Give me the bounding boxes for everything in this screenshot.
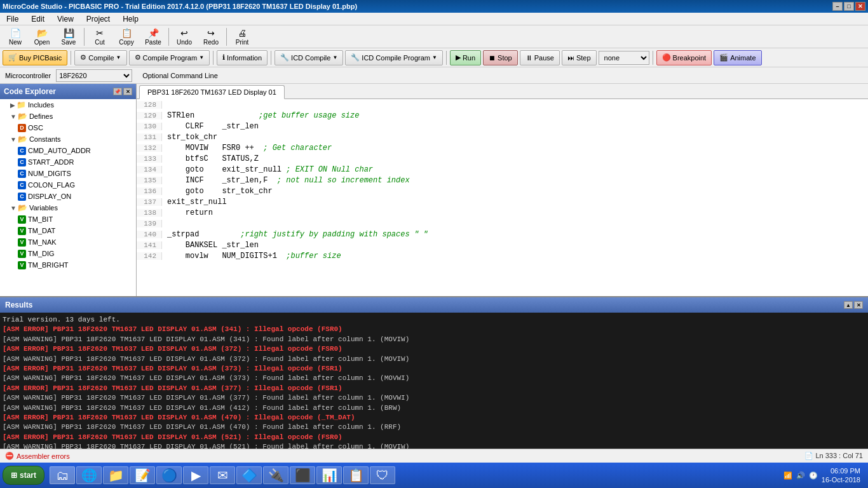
- icd-compile-button[interactable]: 🔧 ICD Compile ▼: [275, 50, 343, 65]
- taskbar-media[interactable]: ▶: [183, 466, 208, 484]
- folder-icon: 📁: [108, 468, 124, 483]
- menu-view[interactable]: View: [53, 13, 78, 25]
- taskbar-app1[interactable]: 🔷: [236, 466, 262, 484]
- sidebar-item-tm-dig[interactable]: V TM_DIG: [0, 248, 136, 259]
- undo-button[interactable]: ↩ Undo: [172, 27, 197, 46]
- code-tab-main[interactable]: PBP31 18F2620 TM1637 LED Display 01: [139, 85, 285, 99]
- icd-compile-program-icon: 🔧: [351, 53, 360, 62]
- toolbar: 📄 New 📂 Open 💾 Save ✂ Cut 📋 Copy 📌 Paste…: [0, 25, 868, 48]
- none-select[interactable]: none: [599, 51, 649, 65]
- stop-icon: ⏹: [489, 54, 496, 62]
- taskbar-app5[interactable]: 📋: [343, 466, 369, 484]
- ie-icon: 🔵: [161, 468, 177, 483]
- print-label: Print: [236, 39, 249, 46]
- print-button[interactable]: 🖨 Print: [229, 27, 255, 46]
- taskbar-app3[interactable]: ⬛: [290, 466, 315, 484]
- copy-button[interactable]: 📋 Copy: [114, 27, 139, 46]
- result-line-3: [ASM ERROR] PBP31 18F2620 TM1637 LED DIS…: [3, 344, 865, 354]
- buy-picbasic-button[interactable]: 🛒 Buy PICBasic: [3, 50, 67, 65]
- start-button[interactable]: ⊞ start: [3, 466, 44, 485]
- sidebar-item-cmd-auto-addr[interactable]: C CMD_AUTO_ADDR: [0, 145, 136, 156]
- sidebar-item-includes[interactable]: ▶ 📁 Includes: [0, 99, 136, 111]
- sep2: [168, 28, 169, 46]
- results-pin-button[interactable]: ▲: [844, 301, 853, 309]
- result-line-8: [ASM WARNING] PBP31 18F2620 TM1637 LED D…: [3, 393, 865, 403]
- redo-button[interactable]: ↪ Redo: [198, 27, 224, 46]
- minimize-button[interactable]: –: [832, 2, 843, 11]
- copy-icon: 📋: [121, 28, 132, 38]
- sidebar-item-num-digits[interactable]: C NUM_DIGITS: [0, 168, 136, 179]
- sidebar-item-start-addr[interactable]: C START_ADDR: [0, 156, 136, 168]
- sidebar-item-tm-nak[interactable]: V TM_NAK: [0, 236, 136, 248]
- taskbar-clock[interactable]: 06:09 PM 16-Oct-2018: [822, 466, 860, 485]
- sidebar-close-button[interactable]: ✕: [123, 88, 132, 95]
- sidebar-item-colon-flag[interactable]: C COLON_FLAG: [0, 179, 136, 191]
- taskbar-explorer[interactable]: 🗂: [50, 466, 75, 484]
- taskbar-right: 📶 🔊 🕐 06:09 PM 16-Oct-2018: [778, 466, 865, 485]
- run-button[interactable]: ▶ Run: [450, 50, 481, 65]
- tm-bit-badge: V: [18, 215, 26, 224]
- taskbar-items: 🗂 🌐 📁 📝 🔵 ▶ ✉ 🔷 🔌: [47, 466, 776, 484]
- results-content[interactable]: Trial version. 13 days left. [ASM ERROR]…: [0, 313, 868, 449]
- sidebar-item-osc[interactable]: D OSC: [0, 122, 136, 133]
- paste-button[interactable]: 📌 Paste: [140, 27, 166, 46]
- app6-icon: 🛡: [376, 468, 389, 483]
- compile-icon: ⚙: [80, 53, 86, 62]
- menu-help[interactable]: Help: [119, 13, 142, 25]
- sidebar-item-defines[interactable]: ▼ 📂 Defines: [0, 111, 136, 122]
- information-button[interactable]: ℹ Information: [217, 50, 268, 65]
- code-line-134: 134 goto exit_str_null ; EXIT ON Null ch…: [137, 164, 868, 175]
- line-num-135: 135: [137, 177, 162, 184]
- taskbar-outlook[interactable]: ✉: [210, 466, 235, 484]
- sidebar-item-tm-bit[interactable]: V TM_BIT: [0, 214, 136, 225]
- sidebar-item-variables[interactable]: ▼ 📂 Variables: [0, 202, 136, 214]
- maximize-button[interactable]: □: [844, 2, 854, 11]
- code-line-138: 138 return: [137, 207, 868, 218]
- start-label: start: [20, 471, 36, 480]
- line-code-130: CLRF _str_len: [162, 122, 259, 131]
- code-area: PBP31 18F2620 TM1637 LED Display 01 128 …: [137, 84, 868, 296]
- cut-button[interactable]: ✂ Cut: [87, 27, 112, 46]
- icd-compile-program-button[interactable]: 🔧 ICD Compile Program ▼: [345, 50, 443, 65]
- app1-icon: 🔷: [241, 468, 257, 483]
- open-button[interactable]: 📂 Open: [29, 27, 55, 46]
- code-content[interactable]: 128 129 STRlen ;get buffer usage size 13…: [137, 99, 868, 296]
- menu-project[interactable]: Project: [83, 13, 114, 25]
- taskbar-app6[interactable]: 🛡: [370, 466, 395, 484]
- taskbar-ie[interactable]: 🔵: [156, 466, 182, 484]
- line-num-138: 138: [137, 209, 162, 217]
- sidebar-item-constants[interactable]: ▼ 📂 Constants: [0, 133, 136, 145]
- taskbar-folder[interactable]: 📁: [103, 466, 128, 484]
- sidebar-scroll[interactable]: ▶ 📁 Includes ▼ 📂 Defines D OSC ▼ 📂 Const: [0, 99, 136, 296]
- tm-bright-label: TM_BRIGHT: [28, 261, 69, 269]
- code-line-142: 142 movlw NUM_DIGITS+1 ;buffer size: [137, 250, 868, 261]
- line-code-136: goto str_tok_chr: [162, 187, 273, 196]
- sidebar-item-tm-dat[interactable]: V TM_DAT: [0, 225, 136, 236]
- pause-button[interactable]: ⏸ Pause: [520, 50, 560, 65]
- taskbar-chrome[interactable]: 🌐: [76, 466, 102, 484]
- taskbar-word[interactable]: 📝: [130, 466, 155, 484]
- compile-program-button[interactable]: ⚙ Compile Program ▼: [129, 50, 210, 65]
- animate-button[interactable]: 🎬 Animate: [714, 50, 761, 65]
- taskbar-app4[interactable]: 📊: [316, 466, 342, 484]
- sidebar-pin-button[interactable]: 📌: [113, 88, 122, 95]
- menu-edit[interactable]: Edit: [27, 13, 48, 25]
- includes-expand-icon: ▶: [10, 102, 15, 109]
- result-line-9: [ASM WARNING] PBP31 18F2620 TM1637 LED D…: [3, 403, 865, 413]
- microcontroller-select[interactable]: 18F2620: [56, 69, 132, 82]
- compile-button[interactable]: ⚙ Compile ▼: [74, 50, 126, 65]
- new-button[interactable]: 📄 New: [3, 27, 28, 46]
- tb2-sep5: [653, 51, 653, 65]
- sidebar-item-tm-bright[interactable]: V TM_BRIGHT: [0, 259, 136, 271]
- save-button[interactable]: 💾 Save: [56, 27, 81, 46]
- results-close-button[interactable]: ✕: [854, 301, 863, 309]
- taskbar-pickit[interactable]: 🔌: [263, 466, 288, 484]
- close-button[interactable]: ✕: [855, 2, 865, 11]
- code-line-139: 139: [137, 218, 868, 229]
- sidebar-item-display-on[interactable]: C DISPLAY_ON: [0, 191, 136, 202]
- breakpoint-button[interactable]: 🔴 Breakpoint: [656, 50, 712, 65]
- menu-file[interactable]: File: [3, 13, 22, 25]
- step-button[interactable]: ⏭ Step: [562, 50, 597, 65]
- compile-program-arrow: ▼: [199, 55, 204, 60]
- stop-button[interactable]: ⏹ Stop: [483, 50, 518, 65]
